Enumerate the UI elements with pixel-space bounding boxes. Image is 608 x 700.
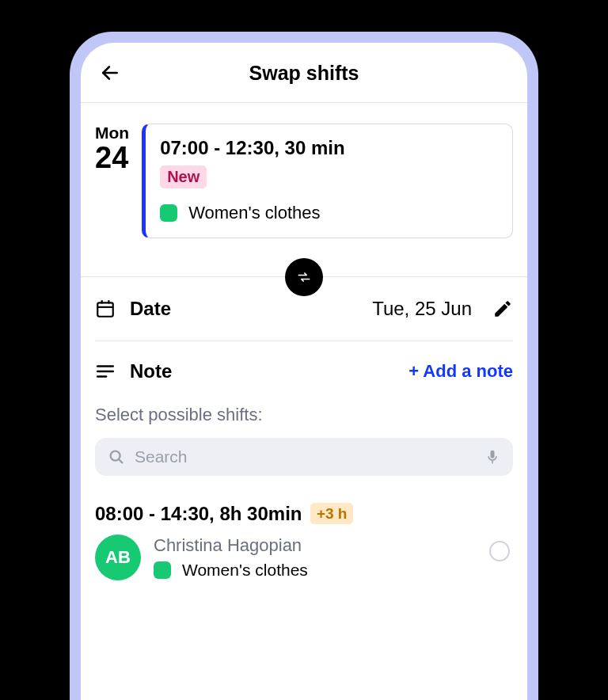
option-department-row: Women's clothes — [154, 561, 308, 580]
calendar-icon — [95, 299, 116, 319]
department-color-icon — [160, 204, 177, 222]
swap-button[interactable] — [285, 258, 323, 296]
page-title: Swap shifts — [81, 62, 527, 85]
back-arrow-icon — [100, 63, 120, 83]
current-shift-time: 07:00 - 12:30, 30 min — [160, 137, 498, 159]
swap-divider — [81, 276, 527, 277]
date-value: Tue, 25 Jun — [372, 298, 472, 320]
day-of-week: Mon — [95, 124, 129, 143]
department-row: Women's clothes — [160, 203, 498, 223]
search-input[interactable] — [135, 447, 475, 466]
back-button[interactable] — [98, 61, 122, 85]
svg-rect-1 — [97, 302, 113, 316]
search-icon — [108, 448, 125, 466]
delta-badge: +3 h — [310, 503, 354, 524]
current-shift-card[interactable]: 07:00 - 12:30, 30 min New Women's clothe… — [142, 124, 513, 238]
header: Swap shifts — [81, 43, 527, 103]
notes-icon — [95, 361, 116, 382]
new-badge: New — [160, 165, 207, 188]
select-radio[interactable] — [489, 541, 510, 561]
date-label: Date — [130, 298, 358, 320]
option-department-name: Women's clothes — [182, 561, 308, 580]
option-time: 08:00 - 14:30, 8h 30min — [95, 503, 302, 524]
avatar: AB — [95, 535, 141, 580]
phone-frame: Swap shifts Mon 24 07:00 - 12:30, 30 min… — [70, 32, 538, 700]
svg-line-9 — [119, 459, 122, 462]
svg-rect-10 — [492, 461, 493, 463]
person-name: Christina Hagopian — [154, 535, 308, 556]
add-note-button[interactable]: + Add a note — [408, 361, 513, 382]
day-column: Mon 24 — [95, 124, 129, 238]
pencil-icon[interactable] — [492, 299, 513, 319]
screen: Swap shifts Mon 24 07:00 - 12:30, 30 min… — [81, 43, 527, 700]
note-row: Note + Add a note — [95, 341, 513, 390]
search-bar[interactable] — [95, 438, 513, 476]
department-color-icon — [154, 561, 171, 579]
note-label: Note — [130, 360, 394, 382]
person-info: Christina Hagopian Women's clothes — [154, 535, 308, 580]
select-shifts-label: Select possible shifts: — [81, 390, 527, 428]
day-number: 24 — [95, 143, 129, 174]
department-name: Women's clothes — [188, 203, 320, 223]
swap-icon — [296, 269, 312, 285]
current-shift-section: Mon 24 07:00 - 12:30, 30 min New Women's… — [81, 103, 527, 238]
microphone-icon[interactable] — [484, 447, 500, 466]
person-row: AB Christina Hagopian Women's clothes — [95, 535, 513, 580]
shift-option[interactable]: 08:00 - 14:30, 8h 30min +3 h AB Christin… — [81, 476, 527, 580]
